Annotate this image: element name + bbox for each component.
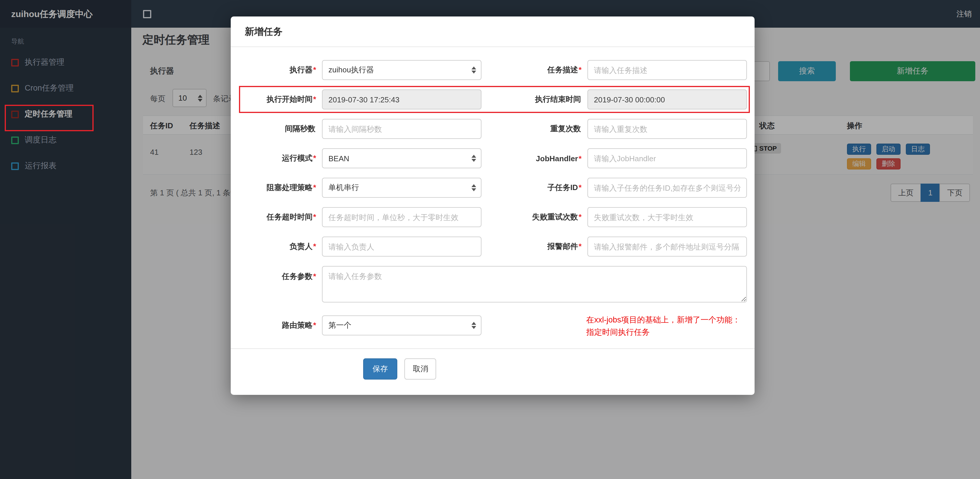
form-row: 任务参数* (231, 266, 754, 302)
cancel-button[interactable]: 取消 (405, 358, 436, 380)
add-task-modal: 新增任务 执行器* zuihou执行器 任务描述* 执行开始时间* 执行结束时间… (231, 16, 754, 395)
job-desc-label: 任务描述* (482, 65, 587, 75)
child-job-id-input[interactable] (587, 178, 747, 198)
run-mode-label: 运行模式* (231, 153, 322, 164)
save-button[interactable]: 保存 (363, 358, 397, 380)
route-strategy-select-value: 第一个 (328, 320, 352, 331)
start-time-input[interactable] (322, 89, 482, 110)
end-time-input[interactable] (587, 89, 747, 110)
end-time-label: 执行结束时间 (482, 94, 587, 105)
route-strategy-label: 路由策略* (231, 320, 322, 331)
form-row: 运行模式* BEAN JobHandler* (231, 148, 754, 168)
select-arrows-icon (471, 322, 476, 329)
select-arrows-icon (471, 67, 476, 73)
executor-select-value: zuihou执行器 (328, 65, 374, 75)
job-desc-input[interactable] (587, 60, 747, 80)
job-params-textarea[interactable] (322, 266, 747, 302)
owner-input[interactable] (322, 237, 482, 256)
owner-label: 负责人* (231, 241, 322, 252)
feature-note-line2: 指定时间执行任务 (586, 326, 753, 339)
job-handler-label: JobHandler* (482, 154, 587, 163)
app-root: zuihou任务调度中心 注销 导航 执行器管理 Cron任务管理 定时任务管理… (0, 0, 980, 479)
start-time-label: 执行开始时间* (231, 94, 322, 105)
add-task-form: 执行器* zuihou执行器 任务描述* 执行开始时间* 执行结束时间 间隔秒数… (231, 47, 754, 395)
form-row: 执行器* zuihou执行器 任务描述* (231, 60, 754, 80)
fail-retry-label: 失败重试次数* (482, 212, 587, 223)
block-strategy-select[interactable]: 单机串行 (322, 178, 482, 198)
select-arrows-icon (471, 155, 476, 162)
select-arrows-icon (471, 184, 476, 191)
form-row: 间隔秒数 重复次数 (231, 119, 754, 139)
executor-label: 执行器* (231, 65, 322, 75)
feature-note-line1: 在xxl-jobs项目的基础上，新增了一个功能： (586, 314, 753, 326)
run-mode-select[interactable]: BEAN (322, 148, 482, 168)
form-row: 负责人* 报警邮件* (231, 237, 754, 256)
form-row: 路由策略* 第一个 在xxl-jobs项目的基础上，新增了一个功能： 指定时间执… (231, 312, 754, 339)
repeat-count-label: 重复次数 (482, 124, 587, 134)
form-row: 任务超时时间* 失败重试次数* (231, 207, 754, 227)
alarm-email-input[interactable] (587, 237, 747, 256)
feature-note: 在xxl-jobs项目的基础上，新增了一个功能： 指定时间执行任务 (586, 312, 753, 339)
block-strategy-select-value: 单机串行 (328, 182, 359, 193)
interval-input[interactable] (322, 119, 482, 139)
run-mode-select-value: BEAN (328, 154, 349, 163)
modal-footer: 保存 取消 (231, 349, 754, 395)
fail-retry-input[interactable] (587, 207, 747, 227)
job-params-label: 任务参数* (231, 266, 322, 282)
interval-label: 间隔秒数 (231, 124, 322, 134)
executor-select[interactable]: zuihou执行器 (322, 60, 482, 80)
timeout-label: 任务超时时间* (231, 212, 322, 223)
alarm-email-label: 报警邮件* (482, 241, 587, 252)
route-strategy-select[interactable]: 第一个 (322, 315, 482, 336)
child-job-id-label: 子任务ID* (482, 182, 587, 193)
job-handler-input[interactable] (587, 148, 747, 168)
form-row: 阻塞处理策略* 单机串行 子任务ID* (231, 178, 754, 198)
block-strategy-label: 阻塞处理策略* (231, 182, 322, 193)
form-row-time-annotated: 执行开始时间* 执行结束时间 (231, 89, 754, 110)
timeout-input[interactable] (322, 207, 482, 227)
repeat-count-input[interactable] (587, 119, 747, 139)
modal-title: 新增任务 (231, 16, 754, 47)
